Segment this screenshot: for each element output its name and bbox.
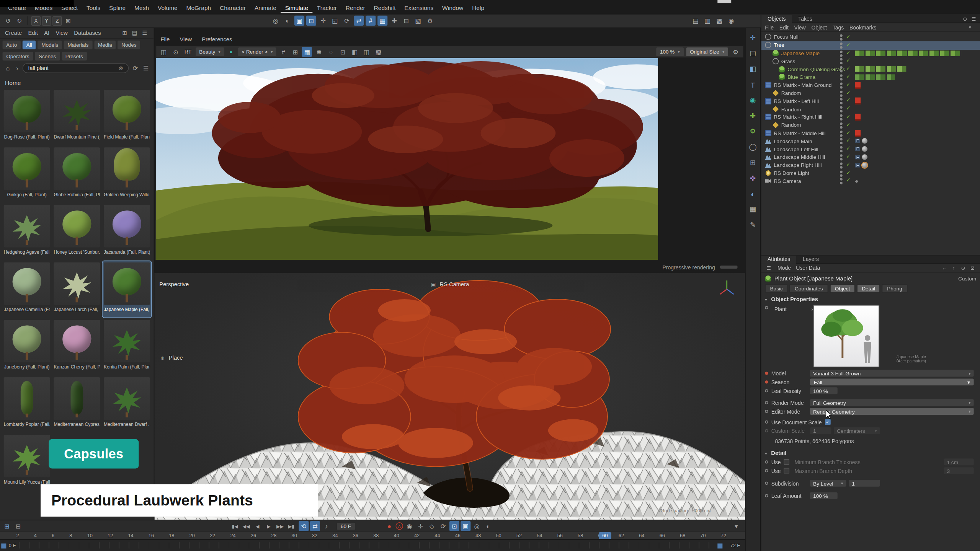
render-view-menu-item[interactable]: View <box>180 36 192 42</box>
filter-pill[interactable]: Operators <box>3 52 33 61</box>
overlay-icon[interactable]: ◧ <box>350 47 359 57</box>
plant-preview-thumbnail[interactable]: Japanese Maple (Acer palmatum) <box>813 305 879 367</box>
keyframe-dot[interactable] <box>765 469 768 472</box>
workplane-icon[interactable]: ▧ <box>413 16 423 26</box>
place-tool-label[interactable]: ⊕ Place <box>159 355 183 361</box>
object-tags[interactable] <box>855 130 861 136</box>
hamburger-icon[interactable]: ☰ <box>765 264 773 272</box>
text-tool-icon[interactable]: T <box>746 79 759 91</box>
snap-key-icon[interactable]: ⊟ <box>13 521 23 531</box>
filter-pill[interactable]: Scenes <box>35 52 60 61</box>
custom-label[interactable]: Custom <box>958 275 976 281</box>
enabled-check-icon[interactable]: ✓ <box>846 65 851 71</box>
filter-pill[interactable]: Presets <box>62 52 87 61</box>
subdivision-field[interactable]: 1 <box>849 480 880 487</box>
search-icon[interactable]: ⊙ <box>959 264 967 272</box>
enabled-check-icon[interactable]: ✓ <box>846 81 851 87</box>
enabled-check-icon[interactable]: ✓ <box>846 137 851 143</box>
asset-item[interactable]: Golden Weeping Willo... <box>103 146 151 202</box>
object-tags[interactable] <box>855 66 906 72</box>
om-search-icon[interactable]: ⊙ <box>961 15 969 23</box>
object-label[interactable]: Landscape Middle Hill <box>774 154 825 160</box>
asset-item[interactable]: Jacaranda (Fall, Plant) <box>103 204 151 260</box>
menu-item[interactable]: Redshift <box>369 3 400 13</box>
asset-item[interactable]: Dwarf Mountain Pine (... <box>52 89 101 145</box>
menu-item[interactable]: Character <box>216 3 250 13</box>
keyframe-dot[interactable] <box>765 494 768 497</box>
asset-item[interactable]: Japanese Larch (Fall, ... <box>52 261 101 317</box>
split-icon[interactable]: ◫ <box>361 47 371 57</box>
timeline-range-bar[interactable]: 0 F 72 F <box>0 539 745 551</box>
object-row[interactable]: Random ✓ <box>761 105 980 113</box>
bucket-icon[interactable]: ▩ <box>373 47 383 57</box>
object-tags[interactable] <box>855 146 867 152</box>
render-settings-gear-icon[interactable]: ⚙ <box>731 47 741 57</box>
om-menu-item[interactable]: View <box>794 24 806 30</box>
menu-item[interactable]: MoGraph <box>182 3 216 13</box>
section-header[interactable]: ▾ Object Properties <box>761 293 980 304</box>
asset-item[interactable]: Globe Robinia (Fall, Pl... <box>52 146 101 202</box>
record-icon[interactable]: ● <box>384 521 394 531</box>
object-label[interactable]: Tree <box>774 42 784 48</box>
search-options-icon[interactable]: ☰ <box>142 63 150 73</box>
visibility-dots[interactable] <box>840 130 843 133</box>
menu-item[interactable]: Extensions <box>400 3 438 13</box>
asset-item[interactable]: Kentia Palm (Fall, Plant) <box>103 319 151 375</box>
editor-mode-dropdown[interactable]: Render Geometry ▾ <box>810 408 974 415</box>
tiles-icon[interactable]: ⊞ <box>290 47 300 57</box>
history-back-icon[interactable]: ← <box>941 264 948 272</box>
grid-tool-icon[interactable]: ▦ <box>746 204 759 215</box>
visibility-dots[interactable] <box>840 122 843 125</box>
circle-tool-icon[interactable]: ◯ <box>746 141 759 153</box>
keyframe-dot[interactable] <box>765 380 768 383</box>
visibility-dots[interactable] <box>840 82 843 85</box>
object-label[interactable]: Random <box>781 106 801 112</box>
asset-menu-item[interactable]: Databases <box>74 30 101 36</box>
visibility-dots[interactable] <box>840 42 843 45</box>
enabled-check-icon[interactable]: ✓ <box>846 129 851 135</box>
clear-search-icon[interactable]: ⊗ <box>119 65 123 71</box>
object-row[interactable]: RS Matrix - Main Ground ✓ <box>761 81 980 89</box>
object-tags[interactable] <box>855 98 861 104</box>
enabled-check-icon[interactable]: ✓ <box>846 97 851 103</box>
current-frame-field[interactable]: 60 F <box>336 522 355 530</box>
object-row[interactable]: RS Matrix - Left Hill ✓ <box>761 97 980 105</box>
asset-item[interactable]: Honey Locust 'Sunbur... <box>52 204 101 260</box>
keyframe-dot[interactable] <box>765 372 768 375</box>
filter-pill[interactable]: Auto <box>3 41 21 49</box>
range-end-handle[interactable] <box>717 543 722 548</box>
add-tool-icon[interactable]: ✚ <box>746 110 759 122</box>
record-scale-icon[interactable]: ◇ <box>427 521 437 531</box>
attribute-tab[interactable]: Object <box>830 284 855 293</box>
undo-icon[interactable]: ↺ <box>3 16 13 26</box>
menu-item[interactable]: Tools <box>82 3 105 13</box>
visibility-dots[interactable] <box>840 51 843 53</box>
object-row[interactable]: Landscape Main ✓ <box>761 137 980 145</box>
panel-menu-icon[interactable]: ☰ <box>140 29 149 37</box>
view-label[interactable]: Perspective <box>159 281 189 287</box>
visibility-dots[interactable] <box>840 170 843 173</box>
visibility-dots[interactable] <box>840 90 843 93</box>
render-view-menu-item[interactable]: File <box>161 36 170 42</box>
asset-item[interactable]: Dog-Rose (Fall, Plant) <box>3 89 51 145</box>
use-document-scale-checkbox[interactable]: ✓ <box>825 419 831 425</box>
filter-pill[interactable]: Nodes <box>118 41 140 49</box>
viewport[interactable]: Perspective ▣ RS Camera ⊕ Place Grid spa… <box>154 273 745 520</box>
enabled-check-icon[interactable]: ✓ <box>846 145 851 151</box>
goto-end-icon[interactable]: ▶▮ <box>286 521 296 531</box>
screen-icon[interactable]: ▩ <box>714 16 724 26</box>
keyframe-dot[interactable] <box>765 306 768 309</box>
globe-tool-icon[interactable]: ◐ <box>746 188 759 200</box>
keyframe-dot[interactable] <box>765 460 768 463</box>
ping-pong-icon[interactable]: ⇄ <box>310 521 320 531</box>
enabled-check-icon[interactable]: ✓ <box>846 41 851 47</box>
object-row[interactable]: Common Quaking Grass ✓ <box>761 65 980 73</box>
om-menu-item[interactable]: Bookmarks <box>849 24 876 30</box>
focus-icon[interactable]: ◌ <box>326 47 336 57</box>
visibility-dots[interactable] <box>840 98 843 101</box>
asset-item[interactable]: Juneberry (Fall, Plant) <box>3 319 51 375</box>
object-label[interactable]: Japanese Maple <box>781 50 820 56</box>
layout-icon[interactable]: ▤ <box>691 16 701 26</box>
axis-lock-icon[interactable]: ⊠ <box>63 16 73 26</box>
menu-item[interactable]: Spline <box>105 3 130 13</box>
